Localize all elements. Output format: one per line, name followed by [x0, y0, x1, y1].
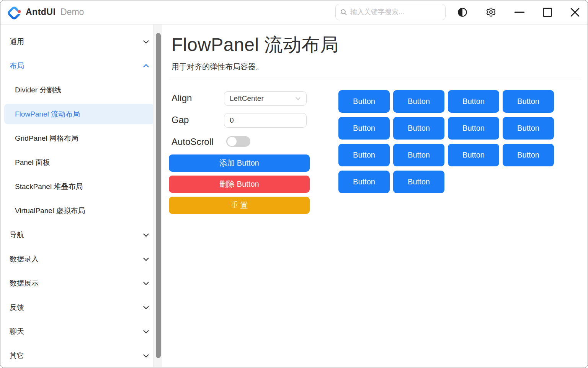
sidebar-group-label: 通用 [10, 37, 24, 47]
sidebar-group-label: 其它 [10, 351, 24, 361]
chevron-down-icon [142, 231, 150, 238]
sidebar-group-label: 数据录入 [10, 254, 39, 264]
app-window: { "window": { "brand": "AntdUI", "brand_… [0, 0, 588, 368]
sidebar-group-item[interactable]: 布局 [0, 54, 163, 78]
chevron-down-icon [142, 352, 150, 359]
flow-button[interactable]: Button [503, 117, 554, 140]
gear-icon[interactable] [486, 7, 496, 17]
flow-button[interactable]: Button [503, 90, 554, 113]
divider [169, 79, 581, 79]
sidebar-item[interactable]: GridPanel 网格布局 [0, 126, 163, 150]
reset-button[interactable]: 重 置 [169, 197, 310, 214]
sidebar: 通用 布局 Divider 分割线FlowPanel 流动布局GridPanel… [0, 25, 163, 368]
sidebar-group-label: 反馈 [10, 302, 24, 312]
sidebar-group-item[interactable]: 通用 [0, 30, 163, 54]
chevron-down-icon [142, 328, 150, 335]
sidebar-item[interactable]: Panel 面板 [0, 150, 163, 174]
search-box[interactable] [335, 4, 446, 20]
flow-button[interactable]: Button [448, 90, 499, 113]
gap-input[interactable] [230, 116, 301, 125]
flow-button[interactable]: Button [338, 171, 390, 193]
chevron-down-icon [142, 279, 150, 287]
main-content: FlowPanel 流动布局 用于对齐的弹性布局容器。 Align LeftCe… [163, 25, 588, 368]
autoscroll-label: AutoScroll [172, 136, 213, 147]
delete-button-button[interactable]: 删除 Button [169, 176, 310, 193]
align-select[interactable]: LeftCenter [224, 91, 307, 106]
flow-button[interactable]: Button [393, 171, 444, 193]
flowpanel-demo-area: ButtonButtonButtonButtonButtonButtonButt… [338, 90, 554, 193]
flow-button[interactable]: Button [503, 144, 554, 166]
toggle-knob [227, 137, 237, 146]
sidebar-item-label: StackPanel 堆叠布局 [15, 182, 83, 192]
chevron-down-icon [295, 96, 301, 102]
chevron-down-icon [142, 38, 150, 45]
close-icon[interactable] [570, 7, 580, 17]
sidebar-group-item[interactable]: 数据展示 [0, 271, 163, 295]
flow-button[interactable]: Button [338, 90, 390, 113]
flow-button[interactable]: Button [338, 144, 390, 166]
chevron-down-icon [142, 304, 150, 311]
sidebar-item[interactable]: FlowPanel 流动布局 [0, 102, 163, 126]
sidebar-group-item[interactable]: 数据录入 [0, 247, 163, 271]
sidebar-group-item[interactable]: 反馈 [0, 295, 163, 319]
chevron-down-icon [142, 255, 150, 263]
sidebar-group-item[interactable]: 聊天 [0, 319, 163, 343]
minimize-icon[interactable] [514, 7, 524, 17]
flow-button[interactable]: Button [393, 144, 444, 166]
sidebar-item-label: FlowPanel 流动布局 [15, 109, 80, 119]
theme-contrast-icon[interactable] [457, 7, 467, 17]
sidebar-item[interactable]: VirtualPanel 虚拟布局 [0, 199, 163, 223]
sidebar-scrollbar-track[interactable] [153, 25, 162, 367]
flow-button[interactable]: Button [393, 90, 444, 113]
maximize-icon[interactable] [542, 7, 552, 17]
flow-button[interactable]: Button [338, 117, 390, 140]
align-select-value: LeftCenter [230, 94, 264, 103]
app-title: AntdUI [26, 7, 56, 17]
sidebar-group-item[interactable]: 导航 [0, 223, 163, 247]
sidebar-item-label: VirtualPanel 虚拟布局 [15, 206, 85, 216]
chevron-up-icon [142, 62, 150, 69]
sidebar-item[interactable]: StackPanel 堆叠布局 [0, 174, 163, 199]
add-button-button[interactable]: 添加 Button [169, 154, 310, 172]
sidebar-item[interactable]: Divider 分割线 [0, 78, 163, 102]
search-input[interactable] [350, 8, 441, 16]
gap-label: Gap [172, 115, 189, 125]
page-title: FlowPanel 流动布局 [172, 33, 338, 57]
sidebar-item-label: GridPanel 网格布局 [15, 133, 78, 143]
autoscroll-toggle[interactable] [226, 136, 250, 147]
align-label: Align [172, 93, 192, 104]
flow-button[interactable]: Button [448, 117, 499, 140]
sidebar-scrollbar-thumb[interactable] [156, 33, 161, 358]
search-icon [340, 9, 347, 16]
flow-button[interactable]: Button [448, 144, 499, 166]
app-logo-icon [7, 5, 21, 20]
sidebar-group-item[interactable]: 其它 [0, 343, 163, 368]
titlebar: AntdUI Demo [0, 0, 588, 25]
sidebar-group-label: 聊天 [10, 327, 24, 337]
sidebar-group-label: 数据展示 [10, 278, 39, 288]
app-title-suffix: Demo [60, 7, 84, 17]
sidebar-item-label: Panel 面板 [15, 158, 50, 168]
gap-field-box [224, 113, 307, 128]
flow-button[interactable]: Button [393, 117, 444, 140]
sidebar-group-label: 导航 [10, 230, 24, 240]
sidebar-group-label: 布局 [10, 61, 24, 71]
page-subtitle: 用于对齐的弹性布局容器。 [172, 62, 263, 72]
sidebar-item-label: Divider 分割线 [15, 85, 61, 95]
